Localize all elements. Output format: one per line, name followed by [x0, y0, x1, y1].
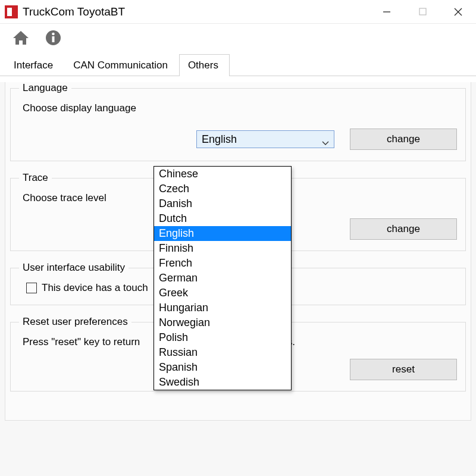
svg-rect-1 — [419, 8, 426, 15]
language-select[interactable]: English — [196, 130, 334, 148]
reset-button[interactable]: reset — [350, 359, 457, 380]
maximize-icon — [419, 8, 427, 15]
tab-strip: Interface CAN Communication Others — [0, 54, 476, 76]
titlebar[interactable]: TruckCom ToyotaBT — [0, 0, 476, 24]
trace-legend: Trace — [19, 172, 52, 184]
minimize-button[interactable] — [369, 0, 405, 24]
close-button[interactable] — [440, 0, 476, 24]
chevron-down-icon — [322, 136, 328, 142]
language-option[interactable]: Hungarian — [154, 300, 291, 315]
language-option[interactable]: English — [154, 226, 291, 241]
language-option[interactable]: Chinese — [154, 167, 291, 181]
app-title: TruckCom ToyotaBT — [23, 5, 369, 18]
toolbar — [0, 24, 476, 54]
language-legend: Language — [19, 82, 71, 94]
home-icon[interactable] — [12, 30, 30, 48]
tab-content-others: Language Choose display language English… — [0, 82, 476, 476]
touch-checkbox-label: This device has a touch — [42, 282, 148, 294]
reset-desc-before: Press "reset" key to return — [23, 336, 140, 347]
svg-rect-5 — [52, 36, 55, 42]
language-option[interactable]: Greek — [154, 286, 291, 300]
language-option[interactable]: Spanish — [154, 360, 291, 375]
language-option[interactable]: Russian — [154, 345, 291, 360]
tab-can-communication[interactable]: CAN Communication — [64, 54, 179, 76]
language-option[interactable]: Finnish — [154, 241, 291, 256]
language-dropdown[interactable]: ChineseCzechDanishDutchEnglishFinnishFre… — [154, 166, 292, 390]
maximize-button[interactable] — [405, 0, 440, 24]
language-option[interactable]: French — [154, 256, 291, 271]
reset-legend: Reset user preferences — [19, 316, 131, 328]
language-select-value: English — [202, 133, 237, 146]
close-icon — [454, 8, 462, 16]
language-option[interactable]: Danish — [154, 196, 291, 211]
touch-checkbox[interactable] — [26, 283, 37, 293]
language-option[interactable]: Dutch — [154, 211, 291, 226]
language-description: Choose display language — [23, 102, 457, 114]
app-window: TruckCom ToyotaBT — [0, 0, 476, 476]
svg-point-6 — [52, 32, 55, 35]
language-change-button[interactable]: change — [350, 129, 457, 150]
language-option[interactable]: Norwegian — [154, 315, 291, 330]
tab-interface[interactable]: Interface — [5, 54, 64, 76]
app-icon — [5, 5, 18, 18]
language-group: Language Choose display language English… — [10, 82, 466, 161]
tab-others[interactable]: Others — [179, 54, 230, 76]
language-option[interactable]: German — [154, 271, 291, 286]
minimize-icon — [383, 8, 391, 16]
usability-legend: User interface usability — [19, 262, 129, 274]
language-option[interactable]: Swedish — [154, 375, 291, 390]
trace-change-button[interactable]: change — [350, 218, 457, 240]
info-icon[interactable] — [45, 30, 61, 48]
language-option[interactable]: Czech — [154, 181, 291, 196]
language-option[interactable]: Polish — [154, 330, 291, 345]
